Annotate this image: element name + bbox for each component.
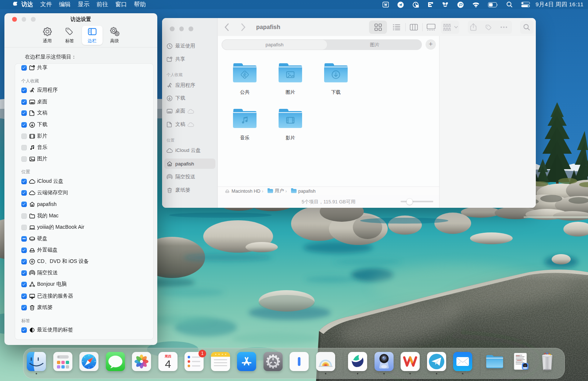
svg-text:4: 4 — [165, 358, 171, 370]
